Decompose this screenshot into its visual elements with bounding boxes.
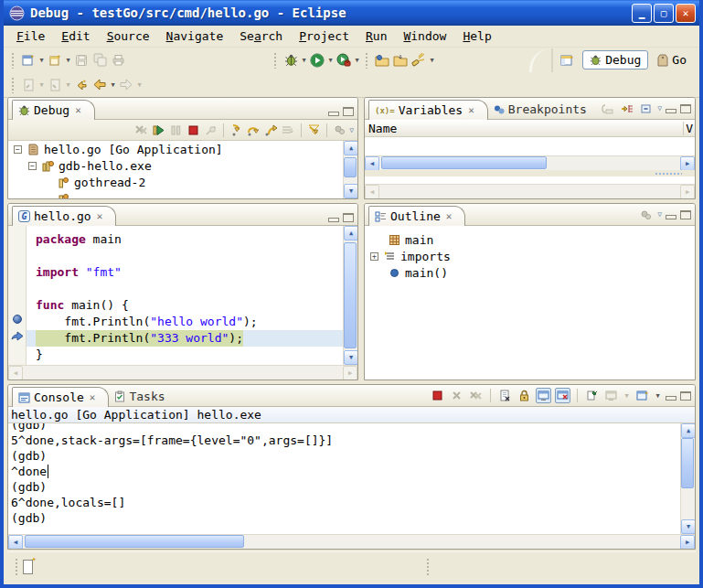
console-horizontal-scrollbar[interactable]: ◀ ▶ <box>8 534 695 549</box>
new-wizard-icon[interactable]: ✦ <box>20 52 37 69</box>
debug-view-extra-icon[interactable] <box>332 123 347 138</box>
show-logical-structure-icon[interactable] <box>619 101 634 116</box>
view-menu-icon[interactable]: ▽ <box>349 126 354 134</box>
search-dropdown[interactable]: ▼ <box>428 57 436 64</box>
scroll-right-icon[interactable]: ▶ <box>680 156 695 171</box>
debug-vertical-scrollbar[interactable]: ▲ ▼ <box>343 141 357 198</box>
scroll-left-icon[interactable]: ◀ <box>8 535 23 550</box>
variables-table-body[interactable] <box>365 137 695 155</box>
minimize-view-icon[interactable] <box>666 109 676 113</box>
maximize-window-button[interactable]: ▢ <box>654 4 674 23</box>
toolbar-grip[interactable] <box>365 52 369 69</box>
back-dropdown[interactable]: ▼ <box>109 81 117 89</box>
forward-icon[interactable] <box>118 77 134 93</box>
maximize-view-icon[interactable] <box>680 104 691 113</box>
coverage-dropdown[interactable]: ▼ <box>353 57 361 64</box>
scroll-up-icon[interactable]: ▲ <box>344 226 357 241</box>
display-console-dropdown[interactable]: ▼ <box>623 392 631 400</box>
menu-file[interactable]: File <box>9 27 52 45</box>
debug-tree-thread-row[interactable]: gothread-2 <box>8 174 343 190</box>
scroll-right-icon[interactable]: ▶ <box>680 535 695 550</box>
console-output[interactable]: (gdb) 5^done,stack-args=[frame={level="0… <box>8 423 680 534</box>
menu-run[interactable]: Run <box>358 27 394 45</box>
scroll-left-icon[interactable]: ◀ <box>365 156 379 171</box>
coverage-icon[interactable] <box>336 52 352 69</box>
minimize-view-icon[interactable] <box>328 218 339 222</box>
close-tab-icon[interactable]: ✕ <box>97 210 103 222</box>
scroll-up-icon[interactable]: ▲ <box>344 141 357 155</box>
save-all-icon[interactable] <box>91 52 108 69</box>
expand-toggle[interactable]: + <box>370 252 378 261</box>
menu-source[interactable]: Source <box>100 27 157 45</box>
editor-vertical-scrollbar[interactable]: ▲ ▼ <box>343 226 357 365</box>
use-step-filters-icon[interactable] <box>306 123 322 138</box>
run-icon[interactable] <box>309 52 325 69</box>
editor-gutter[interactable] <box>8 226 27 365</box>
back-icon[interactable] <box>91 77 108 93</box>
show-stderr-toggle-icon[interactable] <box>555 388 570 403</box>
display-selected-console-icon[interactable] <box>603 388 619 403</box>
view-menu-icon[interactable]: ▽ <box>657 210 662 219</box>
menu-window[interactable]: Window <box>396 27 453 45</box>
menu-search[interactable]: Search <box>232 27 290 45</box>
remove-all-launches-icon[interactable] <box>468 388 484 403</box>
minimize-view-icon[interactable] <box>666 215 676 219</box>
last-edit-location-icon[interactable]: ✦ <box>73 77 90 93</box>
open-console-icon[interactable]: ✦ <box>634 388 650 403</box>
remove-all-terminated-icon[interactable] <box>133 123 149 138</box>
debug-tree-process-row[interactable]: − gdb-hello.exe <box>8 157 343 174</box>
maximize-view-icon[interactable] <box>680 210 691 219</box>
maximize-view-icon[interactable] <box>680 391 691 401</box>
drop-to-frame-icon[interactable] <box>281 123 296 138</box>
toolbar-grip[interactable] <box>273 52 278 69</box>
close-tab-icon[interactable]: ✕ <box>468 104 474 116</box>
debug-tree-launch-row[interactable]: − hello.go [Go Application] <box>8 141 343 157</box>
debug-icon[interactable] <box>282 52 299 69</box>
maximize-view-icon[interactable] <box>343 107 354 116</box>
code-area[interactable]: package main import "fmt" func main() { … <box>27 226 343 365</box>
tab-debug[interactable]: Debug ✕ <box>12 100 95 120</box>
scroll-down-icon[interactable]: ▼ <box>681 519 695 534</box>
minimize-view-icon[interactable] <box>328 112 339 116</box>
search-icon[interactable] <box>410 52 427 69</box>
disconnect-icon[interactable] <box>203 123 218 138</box>
close-tab-icon[interactable]: ✕ <box>446 210 453 222</box>
collapse-toggle[interactable]: − <box>14 145 22 154</box>
show-type-names-icon[interactable] <box>600 101 615 116</box>
step-into-icon[interactable] <box>229 123 244 138</box>
view-menu-icon[interactable]: ▽ <box>657 104 662 112</box>
maximize-view-icon[interactable] <box>343 213 354 222</box>
print-icon[interactable] <box>110 52 126 69</box>
tab-outline[interactable]: Outline ✕ <box>368 206 465 226</box>
scroll-down-icon[interactable]: ▼ <box>344 350 357 365</box>
editor-horizontal-scrollbar[interactable]: ◀ ▶ <box>8 365 357 380</box>
clear-console-icon[interactable] <box>497 388 513 403</box>
previous-annotation-icon[interactable] <box>47 77 63 93</box>
tab-variables[interactable]: (x)= Variables ✕ <box>368 100 488 120</box>
tab-console[interactable]: Console ✕ <box>12 387 109 407</box>
scroll-up-icon[interactable]: ▲ <box>681 423 695 438</box>
variables-horizontal-scrollbar[interactable]: ◀ ▶ <box>365 155 695 170</box>
pin-console-icon[interactable] <box>584 388 600 403</box>
forward-dropdown[interactable]: ▼ <box>135 81 144 89</box>
variables-detail-pane[interactable] <box>365 176 695 184</box>
new-wizard-dropdown[interactable]: ▼ <box>37 57 46 64</box>
outline-extra-icon[interactable] <box>638 207 654 222</box>
perspective-debug-button[interactable]: Debug <box>582 50 648 69</box>
toolbar-grip[interactable] <box>11 52 16 69</box>
step-return-icon[interactable] <box>263 123 279 138</box>
new-project-icon[interactable]: ✦ <box>47 52 63 69</box>
show-stdout-toggle-icon[interactable] <box>536 388 551 403</box>
detail-horizontal-scrollbar[interactable]: ◀ ▶ <box>365 184 695 198</box>
remove-launch-icon[interactable] <box>449 388 464 403</box>
save-icon[interactable] <box>73 52 90 69</box>
variables-column-header[interactable]: Name V <box>365 120 695 137</box>
menu-edit[interactable]: Edit <box>54 27 97 45</box>
breakpoint-icon[interactable] <box>13 315 22 324</box>
fast-view-icon[interactable] <box>23 560 33 574</box>
terminate-icon[interactable] <box>186 123 201 138</box>
menu-navigate[interactable]: Navigate <box>159 27 231 45</box>
next-annotation-dropdown[interactable]: ▼ <box>37 81 46 89</box>
trim-grip[interactable] <box>15 558 19 576</box>
close-window-button[interactable]: ✕ <box>676 4 696 23</box>
